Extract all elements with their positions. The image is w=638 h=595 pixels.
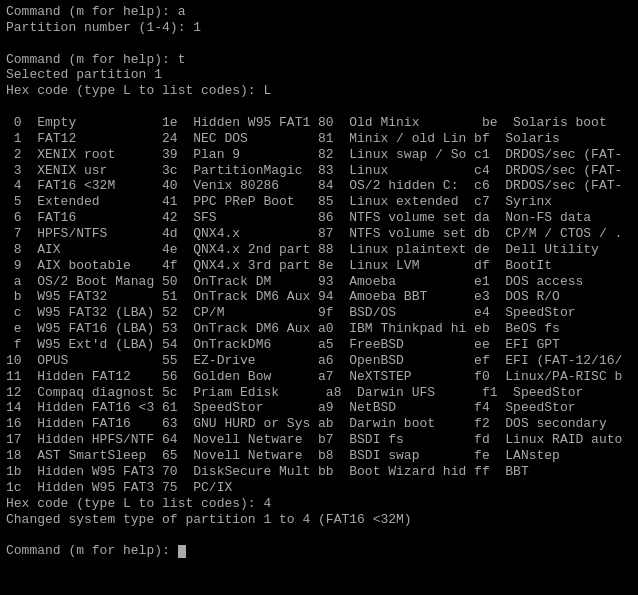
terminal-output: Command (m for help): a Partition number… <box>6 4 632 559</box>
terminal-cursor <box>178 545 186 558</box>
